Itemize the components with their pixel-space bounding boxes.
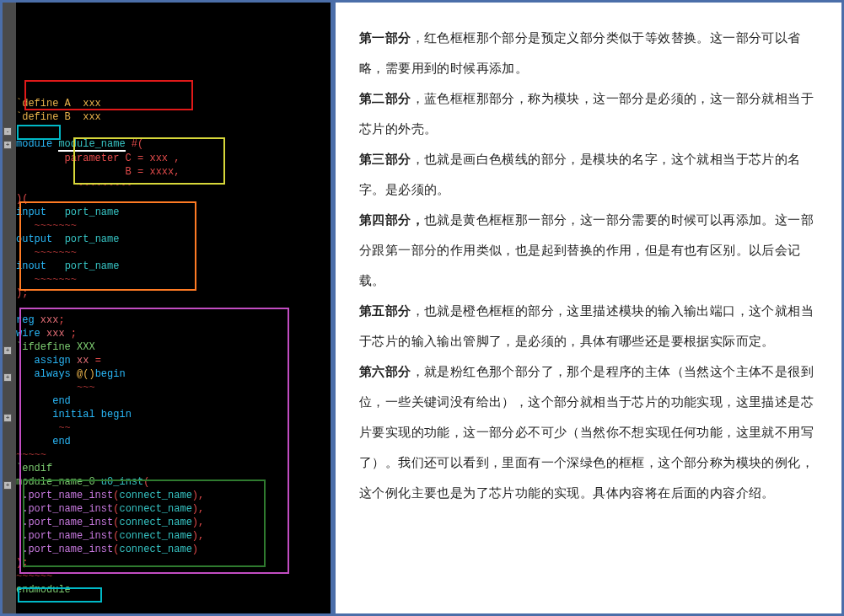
- hash-paren: #(: [132, 138, 143, 150]
- para-4: 第四部分，也就是黄色框框那一部分，这一部分需要的时候可以再添加。这一部分跟第一部…: [359, 205, 818, 296]
- para-1: 第一部分，红色框框那个部分是预定义部分类似于等效替换。这一部分可以省略，需要用到…: [359, 23, 818, 83]
- fold-marker[interactable]: -: [3, 127, 12, 136]
- fold-marker[interactable]: +: [3, 414, 12, 422]
- tilde-row: ~~~~~: [16, 449, 46, 461]
- para-2-body: ，蓝色框框那部分，称为模块，这一部分是必须的，这一部分就相当于芯片的外壳。: [359, 91, 814, 136]
- module-name: module_name: [58, 138, 125, 150]
- code-editor-pane: - + + + + + `define A xxx `define B xxx …: [0, 0, 333, 616]
- para-1-body: ，红色框框那个部分是预定义部分类似于等效替换。这一部分可以省略，需要用到的时候再…: [359, 30, 801, 75]
- endmodule-line: endmodule: [16, 584, 71, 596]
- tilde-row: ~~~~~~~~~: [16, 179, 132, 191]
- ifdef-line: `ifdefine XXX: [16, 341, 95, 353]
- para-3-body: ，也就是画白色横线的部分，是模块的名字，这个就相当于芯片的名字。是必须的。: [359, 152, 801, 196]
- define-line-a: `define A xxx: [16, 98, 101, 110]
- close-paren-2: );: [16, 287, 28, 299]
- para-6-title: 第六部分: [359, 364, 411, 378]
- end-1: end: [16, 395, 71, 407]
- endif-line: `endif: [16, 463, 52, 474]
- tilde-row: ~~~~~~~: [16, 220, 77, 232]
- tilde-row: ~~~~~~~: [16, 274, 77, 286]
- para-5: 第五部分，也就是橙色框框的部分，这里描述模块的输入输出端口，这个就相当于芯片的输…: [359, 296, 818, 356]
- fold-marker[interactable]: +: [3, 141, 12, 149]
- editor-gutter: [3, 3, 16, 613]
- para-3: 第三部分，也就是画白色横线的部分，是模块的名字，这个就相当于芯片的名字。是必须的…: [359, 144, 818, 205]
- para-4-body: 也就是黄色框框那一部分，这一部分需要的时候可以再添加。这一部分跟第一部分的作用类…: [359, 212, 814, 287]
- code-block: `define A xxx `define B xxx module modul…: [16, 83, 327, 610]
- define-line-b: `define B xxx: [16, 111, 101, 123]
- fold-marker[interactable]: +: [3, 373, 12, 382]
- kw-module: module: [16, 138, 52, 150]
- inst-head: module_name_0: [16, 476, 95, 488]
- param-line-1: parameter C = xxx ,: [65, 153, 180, 164]
- fold-marker[interactable]: +: [3, 481, 12, 490]
- tilde-row: ~~~: [16, 382, 95, 394]
- para-5-title: 第五部分: [359, 303, 411, 318]
- fold-marker[interactable]: +: [3, 346, 12, 355]
- inst-close: );: [16, 557, 28, 569]
- para-6: 第六部分，就是粉红色那个部分了，那个是程序的主体（当然这个主体不是很到位，一些关…: [359, 356, 818, 508]
- end-2: end: [16, 436, 71, 447]
- tilde-row: ~~~~~~~: [16, 247, 77, 259]
- close-paren-1: )(: [16, 193, 28, 205]
- para-2-title: 第二部分: [359, 91, 411, 105]
- para-5-body: ，也就是橙色框框的部分，这里描述模块的输入输出端口，这个就相当于芯片的输入输出管…: [359, 303, 814, 348]
- para-6-body: ，就是粉红色那个部分了，那个是程序的主体（当然这个主体不是很到位，一些关键词没有…: [359, 364, 814, 500]
- para-3-title: 第三部分: [359, 152, 411, 166]
- explanation-pane: 第一部分，红色框框那个部分是预定义部分类似于等效替换。这一部分可以省略，需要用到…: [333, 0, 844, 616]
- para-2: 第二部分，蓝色框框那部分，称为模块，这一部分是必须的，这一部分就相当于芯片的外壳…: [359, 83, 818, 144]
- para-4-title: 第四部分，: [359, 212, 424, 227]
- para-1-title: 第一部分: [359, 30, 411, 45]
- param-line-2: B = xxxx,: [65, 166, 180, 178]
